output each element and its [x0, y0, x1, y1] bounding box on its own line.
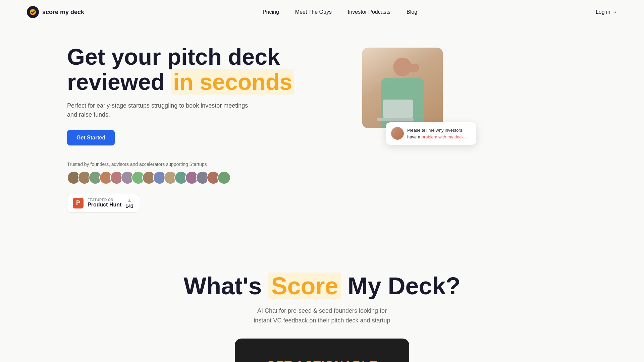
- section2-subtitle: AI Chat for pre-seed & seed founders loo…: [221, 306, 423, 325]
- chat-message: Please tell me why investors have a prob…: [407, 127, 471, 140]
- product-hunt-badge[interactable]: P FEATURED ON Product Hunt ▲ 143: [67, 194, 139, 213]
- navbar: score my deck Pricing Meet The Guys Inve…: [0, 0, 644, 24]
- ph-count: ▲ 143: [125, 197, 133, 209]
- ph-name-label: Product Hunt: [88, 202, 121, 208]
- chat-avatar: [391, 127, 404, 140]
- avatar-row: [67, 171, 302, 184]
- logo[interactable]: score my deck: [27, 6, 84, 18]
- laptop-screen: [383, 100, 413, 118]
- section2-subtitle-line2: instant VC feedback on their pitch deck …: [254, 317, 390, 324]
- hero-right: Please tell me why investors have a prob…: [362, 48, 443, 128]
- nav-blog[interactable]: Blog: [407, 9, 417, 15]
- nav-pricing[interactable]: Pricing: [263, 9, 279, 15]
- hero-title-highlight: in seconds: [171, 69, 294, 95]
- hero-section: Get your pitch deck reviewed in seconds …: [0, 24, 644, 226]
- section2-subtitle-line1: AI Chat for pre-seed & seed founders loo…: [257, 307, 387, 314]
- nav-meet-the-guys[interactable]: Meet The Guys: [295, 9, 332, 15]
- login-button[interactable]: Log in →: [596, 9, 617, 15]
- nav-links: Pricing Meet The Guys Investor Podcasts …: [263, 9, 417, 15]
- section2-title-plain2: My Deck?: [341, 273, 461, 299]
- dark-card: GET ACTIONABLE PITCH DECK ADVICE FROM 10…: [235, 339, 409, 362]
- person-hand: [409, 64, 419, 72]
- ph-info: FEATURED ON Product Hunt: [88, 198, 121, 208]
- hero-image: [362, 48, 443, 128]
- logo-icon: [27, 6, 39, 18]
- trusted-section: Trusted by founders, advisors and accele…: [67, 162, 302, 213]
- logo-text: score my deck: [42, 9, 84, 16]
- hero-title-line1: Get your pitch deck: [67, 44, 280, 69]
- laptop-base: [377, 118, 414, 121]
- trusted-text: Trusted by founders, advisors and accele…: [67, 162, 302, 167]
- svg-point-0: [30, 9, 36, 15]
- hero-subtitle: Perfect for early-stage startups struggl…: [67, 101, 255, 119]
- ph-number: 143: [125, 203, 133, 209]
- ph-arrow-icon: ▲: [127, 197, 132, 203]
- section2-title-plain1: What's: [183, 273, 268, 299]
- ph-featured-label: FEATURED ON: [88, 198, 121, 202]
- product-hunt-logo: P: [73, 198, 84, 208]
- section2: What's Score My Deck? AI Chat for pre-se…: [0, 246, 644, 362]
- chat-text-highlight: problem with my deck. . .: [422, 134, 470, 139]
- nav-investor-podcasts[interactable]: Investor Podcasts: [348, 9, 390, 15]
- hero-title: Get your pitch deck reviewed in seconds: [67, 44, 302, 95]
- section2-title: What's Score My Deck?: [67, 273, 577, 299]
- hero-left: Get your pitch deck reviewed in seconds …: [67, 44, 302, 213]
- section2-title-score: Score: [268, 273, 341, 299]
- chat-bubble: Please tell me why investors have a prob…: [386, 122, 476, 145]
- hero-title-line2-plain: reviewed: [67, 69, 171, 95]
- get-started-button[interactable]: Get Started: [67, 130, 115, 145]
- dark-card-title: GET ACTIONABLE: [248, 359, 396, 362]
- avatar-15: [217, 171, 231, 184]
